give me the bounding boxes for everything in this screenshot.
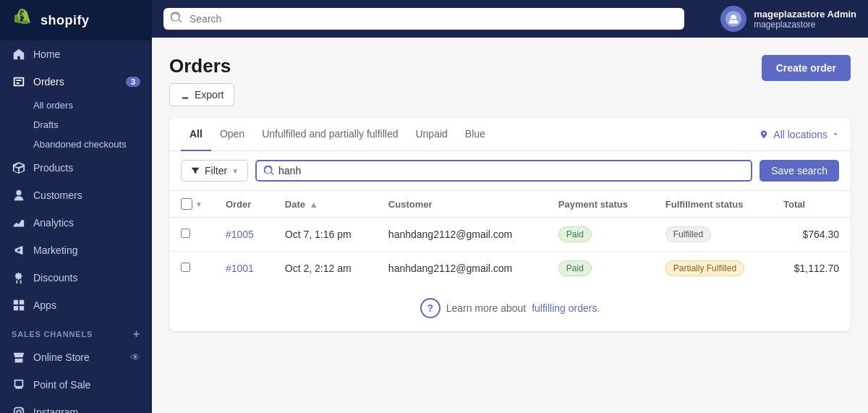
sidebar-pos-label: Point of Sale	[33, 379, 140, 391]
row2-payment-badge: Paid	[558, 260, 592, 276]
search-filter-input[interactable]	[274, 165, 744, 176]
sidebar-analytics-label: Analytics	[33, 217, 140, 229]
add-sales-channel-icon[interactable]: +	[133, 328, 140, 341]
topbar-search-icon	[171, 12, 182, 26]
search-filter-box	[255, 160, 752, 182]
marketing-icon	[12, 243, 26, 257]
sidebar-item-apps[interactable]: Apps	[0, 291, 152, 319]
table-header-payment-status: Payment status	[547, 191, 654, 218]
row2-payment-status: Paid	[547, 252, 654, 286]
sidebar-item-orders[interactable]: Orders 3	[0, 68, 152, 95]
sidebar-orders-label: Orders	[33, 76, 119, 88]
learn-more-text: Learn more about	[446, 302, 527, 314]
row1-payment-status: Paid	[547, 218, 654, 252]
location-filter[interactable]: All locations	[759, 123, 839, 146]
search-filter-icon	[264, 166, 274, 176]
sidebar-item-online-store[interactable]: Online Store 👁	[0, 344, 152, 371]
sidebar-item-customers[interactable]: Customers	[0, 182, 152, 209]
sidebar-scroll: Home Orders 3 All orders Drafts Abandone…	[0, 41, 152, 413]
row1-fulfillment-badge: Fulfilled	[665, 226, 711, 242]
sidebar-products-label: Products	[33, 162, 140, 174]
tabs-row: All Open Unfulfilled and partially fulfi…	[169, 118, 851, 151]
sidebar-item-instagram[interactable]: Instagram	[0, 399, 152, 413]
row2-checkbox-cell	[169, 252, 214, 286]
save-search-button[interactable]: Save search	[760, 160, 839, 182]
fulfilling-orders-link[interactable]: fulfilling orders.	[532, 302, 600, 314]
select-all-checkbox[interactable]	[181, 198, 192, 210]
filter-button[interactable]: Filter ▼	[181, 160, 248, 182]
sidebar-item-drafts[interactable]: Drafts	[0, 115, 152, 135]
row1-customer: hanhdang2112@gmail.com	[377, 218, 547, 252]
row1-checkbox-cell	[169, 218, 214, 252]
row1-order-link[interactable]: #1005	[226, 229, 254, 240]
sidebar-item-home[interactable]: Home	[0, 41, 152, 68]
sidebar-apps-label: Apps	[33, 299, 140, 311]
home-icon	[12, 47, 26, 61]
tab-blue[interactable]: Blue	[456, 118, 494, 151]
filter-icon	[190, 166, 200, 176]
select-all-chevron[interactable]: ▼	[195, 200, 203, 208]
page-content: Orders Export Create order All Open Unfu…	[152, 38, 868, 413]
sidebar-item-marketing[interactable]: Marketing	[0, 237, 152, 264]
table-header-checkbox: ▼	[169, 191, 214, 218]
sidebar-item-analytics[interactable]: Analytics	[0, 209, 152, 237]
export-icon	[180, 90, 190, 100]
topbar-user: mageplazastore Admin mageplazastore	[720, 6, 856, 32]
sidebar-item-all-orders[interactable]: All orders	[0, 95, 152, 115]
table-row: #1001 Oct 2, 2:12 am hanhdang2112@gmail.…	[169, 252, 851, 286]
topbar-user-info: mageplazastore Admin mageplazastore	[754, 9, 856, 30]
topbar-search-input[interactable]	[163, 8, 684, 30]
table-header-total: Total	[772, 191, 851, 218]
main-area: mageplazastore Admin mageplazastore Orde…	[152, 0, 868, 413]
info-icon: ?	[420, 298, 441, 318]
create-order-button[interactable]: Create order	[762, 55, 851, 81]
location-icon	[759, 129, 769, 140]
row2-order: #1001	[214, 252, 273, 286]
table-header: ▼ Order Date ▲ Customer Payment status F…	[169, 191, 851, 218]
row1-order: #1005	[214, 218, 273, 252]
online-store-visibility-icon[interactable]: 👁	[130, 352, 140, 363]
row1-payment-badge: Paid	[558, 226, 592, 242]
row2-fulfillment-status: Partially Fulfilled	[654, 252, 772, 286]
row2-checkbox[interactable]	[181, 263, 190, 272]
row2-fulfillment-badge: Partially Fulfilled	[665, 260, 744, 276]
sidebar-item-discounts[interactable]: Discounts	[0, 264, 152, 291]
date-sort-icon: ▲	[310, 200, 318, 210]
row2-customer: hanhdang2112@gmail.com	[377, 252, 547, 286]
sidebar: shopify Home Orders 3 All orders Drafts …	[0, 0, 152, 413]
tab-open[interactable]: Open	[211, 118, 253, 151]
table-header-date[interactable]: Date ▲	[273, 191, 377, 218]
shopify-brand-name: shopify	[41, 13, 90, 28]
export-button[interactable]: Export	[169, 83, 234, 106]
sidebar-item-abandoned-checkouts[interactable]: Abandoned checkouts	[0, 135, 152, 154]
sidebar-item-products[interactable]: Products	[0, 154, 152, 182]
row2-order-link[interactable]: #1001	[226, 263, 254, 274]
learn-more-bar: ? Learn more about fulfilling orders.	[169, 285, 851, 331]
page-title: Orders	[169, 55, 234, 77]
sales-channels-section-title: SALES CHANNELS +	[0, 319, 152, 344]
shopify-logo-icon	[12, 9, 35, 32]
export-label: Export	[195, 89, 224, 101]
table-header-customer: Customer	[377, 191, 547, 218]
filter-row: Filter ▼ Save search	[169, 151, 851, 191]
products-icon	[12, 161, 26, 175]
sidebar-online-store-label: Online Store	[33, 352, 123, 363]
topbar: mageplazastore Admin mageplazastore	[152, 0, 868, 38]
shopify-logo[interactable]: shopify	[12, 9, 90, 32]
topbar-user-email: mageplazastore	[754, 20, 856, 30]
filter-label: Filter	[205, 165, 227, 176]
sidebar-item-point-of-sale[interactable]: Point of Sale	[0, 371, 152, 399]
tab-all[interactable]: All	[181, 118, 211, 151]
instagram-icon	[12, 405, 26, 413]
apps-icon	[12, 298, 26, 312]
svg-point-2	[21, 409, 22, 410]
row1-checkbox[interactable]	[181, 229, 190, 238]
table-body: #1005 Oct 7, 1:16 pm hanhdang2112@gmail.…	[169, 218, 851, 286]
table-header-fulfillment-status: Fulfillment status	[654, 191, 772, 218]
page-header: Orders Export Create order	[169, 55, 851, 106]
row2-total: $1,112.70	[772, 252, 851, 286]
discounts-icon	[12, 271, 26, 285]
tab-unpaid[interactable]: Unpaid	[407, 118, 456, 151]
online-store-icon	[12, 350, 26, 365]
tab-unfulfilled[interactable]: Unfulfilled and partially fulfilled	[253, 118, 407, 151]
